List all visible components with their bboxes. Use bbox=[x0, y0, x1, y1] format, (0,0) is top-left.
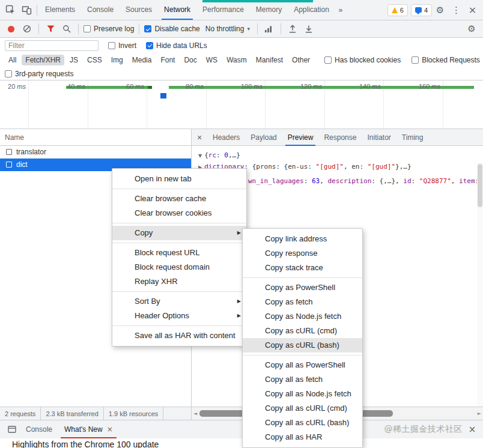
drawer-content: Highlights from the Chrome 100 update bbox=[0, 438, 483, 448]
menu-item-clear-browser-cookies[interactable]: Clear browser cookies bbox=[112, 206, 246, 220]
export-har-button[interactable] bbox=[302, 22, 315, 35]
menu-item-save-all-as-har[interactable]: Save all as HAR with content bbox=[112, 328, 246, 343]
tab-network[interactable]: Network bbox=[158, 0, 196, 20]
scroll-left-icon[interactable]: ◄ bbox=[193, 407, 197, 420]
close-details-icon[interactable]: × bbox=[192, 133, 207, 142]
close-tab-icon[interactable]: × bbox=[107, 425, 113, 434]
search-button[interactable] bbox=[60, 22, 73, 35]
more-tabs-button[interactable]: » bbox=[335, 5, 346, 14]
invert-checkbox[interactable]: Invert bbox=[108, 41, 136, 50]
menu-item-copy-all-as-har[interactable]: Copy all as HAR bbox=[243, 430, 362, 444]
drawer-tab-console[interactable]: Console bbox=[20, 420, 58, 438]
menu-item-copy-all-as-curl-cmd[interactable]: Copy all as cURL (cmd) bbox=[243, 401, 362, 416]
name-column-header[interactable]: Name bbox=[0, 129, 191, 146]
menu-item-copy-as-nodejs-fetch[interactable]: Copy as Node.js fetch bbox=[243, 309, 362, 324]
drawer-tab-whats-new[interactable]: What's New × bbox=[58, 420, 119, 438]
menu-item-copy-stack-trace[interactable]: Copy stack trace bbox=[243, 261, 362, 275]
warnings-badge[interactable]: 6 bbox=[387, 4, 408, 16]
json-key: id bbox=[403, 177, 411, 185]
device-toolbar-button[interactable] bbox=[19, 2, 35, 18]
menu-item-block-request-domain[interactable]: Block request domain bbox=[112, 260, 246, 274]
tab-timing[interactable]: Timing bbox=[396, 129, 429, 146]
menu-separator bbox=[112, 291, 246, 292]
clear-button[interactable] bbox=[20, 22, 34, 35]
drawer-panel-icon bbox=[8, 426, 16, 433]
vertical-scrollbar[interactable] bbox=[477, 163, 483, 407]
menu-item-sort-by[interactable]: Sort By ▶ bbox=[112, 294, 246, 309]
disable-cache-checkbox[interactable]: Disable cache bbox=[144, 25, 199, 33]
menu-item-copy-as-powershell[interactable]: Copy as PowerShell bbox=[243, 280, 362, 295]
tab-response[interactable]: Response bbox=[318, 129, 362, 146]
drawer-panel-button[interactable] bbox=[4, 422, 20, 437]
vertical-scrollbar-thumb[interactable] bbox=[478, 164, 482, 207]
tab-console[interactable]: Console bbox=[81, 0, 120, 20]
settings-gear-icon[interactable]: ⚙ bbox=[432, 2, 448, 18]
filter-input[interactable] bbox=[5, 40, 99, 51]
menu-item-copy-all-as-nodejs-fetch[interactable]: Copy all as Node.js fetch bbox=[243, 387, 362, 401]
chip-manifest[interactable]: Manifest bbox=[252, 55, 287, 65]
expanded-arrow-icon[interactable]: ▼ bbox=[198, 153, 202, 159]
menu-item-copy-link-address[interactable]: Copy link address bbox=[243, 232, 362, 246]
punct: { bbox=[204, 151, 208, 159]
menu-item-clear-browser-cache[interactable]: Clear browser cache bbox=[112, 192, 246, 206]
issues-badge[interactable]: 4 bbox=[411, 4, 432, 16]
close-drawer-icon[interactable]: × bbox=[465, 424, 479, 435]
chip-wasm[interactable]: Wasm bbox=[223, 55, 251, 65]
context-menu: Open in new tab Clear browser cache Clea… bbox=[112, 168, 247, 347]
chip-ws[interactable]: WS bbox=[202, 55, 221, 65]
record-button[interactable] bbox=[8, 26, 14, 32]
menu-item-replay-xhr[interactable]: Replay XHR bbox=[112, 274, 246, 289]
requests-count: 2 requests bbox=[0, 410, 40, 417]
timeline-gridline bbox=[28, 80, 29, 129]
chip-js[interactable]: JS bbox=[66, 55, 82, 65]
chip-media[interactable]: Media bbox=[129, 55, 156, 65]
third-party-checkbox[interactable]: 3rd-party requests bbox=[5, 70, 73, 78]
tab-headers[interactable]: Headers bbox=[207, 129, 245, 146]
hide-data-urls-checkbox[interactable]: Hide data URLs bbox=[146, 41, 207, 50]
inspect-element-button[interactable] bbox=[2, 2, 19, 18]
tab-elements[interactable]: Elements bbox=[39, 0, 81, 20]
table-row-translator[interactable]: translator bbox=[0, 146, 191, 159]
kebab-menu-icon[interactable]: ⋮ bbox=[448, 2, 464, 18]
drawer-tab-label: What's New bbox=[64, 425, 103, 434]
menu-item-copy-all-as-curl-bash[interactable]: Copy all as cURL (bash) bbox=[243, 416, 362, 430]
has-blocked-cookies-checkbox[interactable]: Has blocked cookies bbox=[324, 56, 401, 64]
network-summary-bar: 2 requests 2.3 kB transferred 1.9 kB res… bbox=[0, 407, 192, 420]
import-har-button[interactable] bbox=[286, 22, 299, 35]
menu-item-copy-as-curl-bash[interactable]: Copy as cURL (bash) bbox=[243, 338, 362, 353]
menu-item-block-request-url[interactable]: Block request URL bbox=[112, 246, 246, 260]
menu-item-copy-response[interactable]: Copy response bbox=[243, 246, 362, 261]
chip-img[interactable]: Img bbox=[108, 55, 127, 65]
chip-all[interactable]: All bbox=[5, 55, 20, 65]
preserve-log-checkbox[interactable]: Preserve log bbox=[84, 25, 134, 33]
menu-item-copy[interactable]: Copy ▶ bbox=[112, 226, 246, 240]
close-devtools-icon[interactable]: × bbox=[464, 2, 481, 18]
chip-font[interactable]: Font bbox=[157, 55, 178, 65]
menu-item-copy-as-fetch[interactable]: Copy as fetch bbox=[243, 295, 362, 309]
timeline-overview[interactable]: 20 ms 40 ms 60 ms 80 ms 100 ms 120 ms 14… bbox=[0, 80, 483, 129]
menu-item-copy-as-curl-cmd[interactable]: Copy as cURL (cmd) bbox=[243, 324, 362, 338]
menu-item-copy-all-as-fetch[interactable]: Copy all as fetch bbox=[243, 372, 362, 387]
menu-item-copy-all-as-powershell[interactable]: Copy all as PowerShell bbox=[243, 358, 362, 372]
menu-item-header-options[interactable]: Header Options ▶ bbox=[112, 309, 246, 323]
network-settings-gear-icon[interactable]: ⚙ bbox=[465, 22, 478, 35]
menu-item-open-in-new-tab[interactable]: Open in new tab bbox=[112, 172, 246, 186]
tab-memory[interactable]: Memory bbox=[250, 0, 288, 20]
tab-preview[interactable]: Preview bbox=[282, 129, 319, 146]
chip-css[interactable]: CSS bbox=[84, 55, 106, 65]
blocked-requests-checkbox[interactable]: Blocked Requests bbox=[412, 56, 480, 64]
preview-root-line[interactable]: ▼{rc: 0,…} bbox=[198, 151, 240, 159]
chip-doc[interactable]: Doc bbox=[180, 55, 200, 65]
checkbox-box bbox=[412, 56, 419, 64]
chip-other[interactable]: Other bbox=[288, 55, 314, 65]
tab-application[interactable]: Application bbox=[288, 0, 335, 20]
tab-performance[interactable]: Performance bbox=[196, 0, 250, 20]
tab-payload[interactable]: Payload bbox=[245, 129, 282, 146]
tab-initiator[interactable]: Initiator bbox=[362, 129, 396, 146]
filter-toggle-button[interactable] bbox=[44, 22, 57, 35]
chip-fetch-xhr[interactable]: Fetch/XHR bbox=[22, 55, 64, 65]
network-conditions-button[interactable] bbox=[263, 22, 276, 35]
scroll-right-icon[interactable]: ► bbox=[478, 407, 481, 420]
tab-sources[interactable]: Sources bbox=[120, 0, 158, 20]
throttling-dropdown[interactable]: No throttling ▾ bbox=[203, 23, 252, 34]
